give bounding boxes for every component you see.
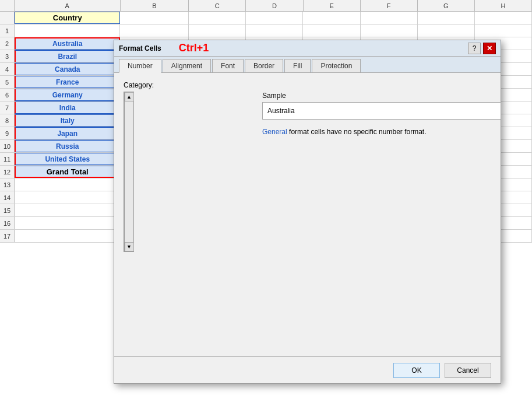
dialog-shortcut: Ctrl+1 [179,42,209,54]
col-header-d[interactable]: D [246,0,303,11]
cell-country-header[interactable]: Country [15,12,120,24]
cell-germany[interactable]: Germany [15,89,120,101]
cell-canada[interactable]: Canada [15,63,120,75]
tab-font[interactable]: Font [212,59,244,72]
cell-g0[interactable] [418,12,475,24]
dialog-footer: OK Cancel [114,356,501,383]
cell-italy[interactable]: Italy [15,114,120,127]
tab-number[interactable]: Number [119,59,161,73]
cell-a13[interactable] [15,178,120,191]
cell-e1[interactable] [303,24,360,37]
row-number: 12 [0,166,15,178]
close-button[interactable]: ✕ [483,43,496,54]
cell-c0[interactable] [189,12,246,24]
description-rest: format cells have no specific number for… [289,128,426,136]
cell-a15[interactable] [15,204,120,216]
cell-c1[interactable] [189,24,246,37]
row-number: 2 [0,37,15,50]
cell-f1[interactable] [361,24,418,37]
category-label: Category: [124,81,491,89]
help-button[interactable]: ? [468,43,481,54]
cancel-button[interactable]: Cancel [445,363,491,378]
cell-a1[interactable] [15,24,120,37]
cell-france[interactable]: France [15,76,120,88]
row-number: 10 [0,140,15,152]
row-number: 15 [0,204,15,216]
dialog-tabs: Number Alignment Font Border Fill Protec… [114,57,501,73]
sample-label: Sample [262,92,501,100]
cell-d1[interactable] [246,24,303,37]
dialog-content: Category: General Number Currency Accoun… [114,73,501,363]
row-number: 7 [0,102,15,114]
row-number: 11 [0,153,15,165]
table-row: Country [0,12,532,24]
cell-b0[interactable] [120,12,189,24]
tab-alignment[interactable]: Alignment [163,59,211,72]
row-number: 9 [0,127,15,139]
table-row: 1 [0,24,532,37]
dialog-controls: ? ✕ [468,43,496,54]
cell-a14[interactable] [15,191,120,204]
col-header-g[interactable]: G [418,0,475,11]
col-header-c[interactable]: C [189,0,246,11]
col-header-a[interactable]: A [15,0,121,11]
tab-border[interactable]: Border [245,59,283,72]
cell-b1[interactable] [120,24,189,37]
cell-e0[interactable] [303,12,360,24]
cell-india[interactable]: India [15,102,120,114]
col-header-h[interactable]: H [475,0,532,11]
tab-fill[interactable]: Fill [284,59,311,72]
row-number: 5 [0,76,15,88]
cell-a16[interactable] [15,217,120,229]
category-scrollbar[interactable]: ▲ ▼ [125,92,134,252]
tab-protection[interactable]: Protection [312,59,361,72]
row-number: 8 [0,114,15,127]
dialog-titlebar: Format Cells Ctrl+1 ? ✕ [114,40,501,57]
col-header-b[interactable]: B [121,0,189,11]
row-number [0,12,15,24]
col-header-e[interactable]: E [304,0,361,11]
cell-japan[interactable]: Japan [15,127,120,139]
cell-russia[interactable]: Russia [15,140,120,152]
column-headers: A B C D E F G H [0,0,532,12]
row-number: 3 [0,50,15,62]
cell-united-states[interactable]: United States [15,153,120,165]
sample-value: Australia [267,107,295,115]
cell-australia[interactable]: Australia [15,37,120,50]
cell-g1[interactable] [418,24,475,37]
cell-f0[interactable] [361,12,418,24]
row-number: 1 [0,24,15,37]
row-number: 16 [0,217,15,229]
row-number: 17 [0,230,15,242]
row-number: 14 [0,191,15,204]
cell-a17[interactable] [15,230,120,242]
ok-button[interactable]: OK [393,363,440,378]
row-number: 4 [0,63,15,75]
description-highlight: General [262,128,287,136]
right-panel: Sample Australia General format cells ha… [251,92,501,252]
scroll-up-arrow[interactable]: ▲ [125,92,134,102]
format-cells-dialog[interactable]: Format Cells Ctrl+1 ? ✕ Number Alignment… [114,40,501,384]
scroll-track[interactable] [125,102,133,242]
corner-cell [0,0,15,11]
cell-h1[interactable] [475,24,532,37]
row-number: 6 [0,89,15,101]
dialog-title: Format Cells [119,44,161,52]
cell-brazil[interactable]: Brazil [15,50,120,62]
col-header-f[interactable]: F [361,0,418,11]
cell-h0[interactable] [475,12,532,24]
scroll-down-arrow[interactable]: ▼ [125,242,134,251]
cell-grand-total[interactable]: Grand Total [15,166,120,178]
row-number: 13 [0,178,15,191]
sample-box: Australia [262,102,501,120]
cell-d0[interactable] [246,12,303,24]
description-text: General format cells have no specific nu… [262,127,501,137]
